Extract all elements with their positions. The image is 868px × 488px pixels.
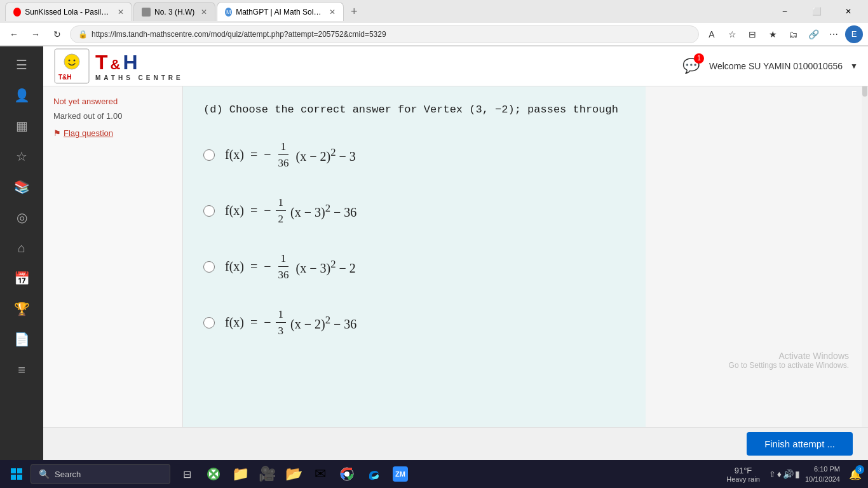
svg-rect-7	[17, 468, 22, 473]
folder-icon: 📁	[232, 466, 249, 482]
answer-option-3[interactable]: f(x) = − 1 36 (x − 3)2 − 2	[203, 250, 625, 283]
answer-option-2[interactable]: f(x) = − 1 2 (x − 3)2 − 36	[203, 194, 625, 227]
start-button[interactable]	[3, 460, 31, 488]
welcome-text[interactable]: Welcome SU YAMIN 0100010656	[709, 61, 843, 71]
star-icon: ☆	[16, 149, 27, 164]
back-button[interactable]: ←	[5, 25, 23, 43]
collections-button[interactable]: 🗂	[784, 25, 802, 43]
url-text: https://lms.tandh-mathscentre.com/mod/qu…	[92, 30, 386, 39]
taskbar-app-icons: ⊟ 📁 🎥 📂 ✉	[174, 460, 413, 488]
profile-button[interactable]: E	[845, 25, 863, 43]
sidebar-trophy-icon[interactable]: 🏆	[8, 295, 36, 323]
svg-rect-9	[17, 475, 22, 480]
split-screen-button[interactable]: ⊟	[743, 25, 761, 43]
activate-windows-watermark: Activate Windows Go to Settings to activ…	[729, 351, 849, 370]
activate-line1: Activate Windows	[729, 351, 849, 361]
zoom-button[interactable]: ZM	[388, 460, 413, 488]
sidebar-list-icon[interactable]: ≡	[8, 356, 36, 384]
question-sidebar: Not yet answered Marked out of 1.00 ⚑ Fl…	[43, 86, 183, 427]
chrome-button[interactable]	[334, 460, 360, 488]
address-bar[interactable]: 🔒 https://lms.tandh-mathscentre.com/mod/…	[70, 25, 699, 43]
radio-option-1[interactable]	[203, 149, 215, 161]
mail-icon: ✉	[315, 466, 326, 482]
edge-button[interactable]	[361, 460, 386, 488]
volume-icon[interactable]: 🔊	[783, 469, 794, 479]
taskbar: 🔍 Search ⊟ 📁 🎥 📂	[0, 460, 868, 488]
minimize-button[interactable]: –	[770, 0, 799, 23]
mail-button[interactable]: ✉	[308, 460, 333, 488]
sidebar-home-icon[interactable]: ⌂	[8, 234, 36, 262]
svg-point-12	[344, 471, 349, 477]
sidebar-user-icon[interactable]: 👤	[8, 81, 36, 109]
logo-text-group: T & H MATHS CENTRE	[95, 51, 184, 81]
sidebar-layers-icon[interactable]: ▦	[8, 112, 36, 140]
weather-desc: Heavy rain	[726, 475, 760, 483]
radio-option-3[interactable]	[203, 261, 215, 273]
finish-attempt-button[interactable]: Finish attempt ...	[747, 432, 853, 456]
radio-option-4[interactable]	[203, 317, 215, 329]
svg-point-3	[69, 59, 71, 61]
notification-center-button[interactable]: 🔔 3	[845, 460, 865, 488]
tab-2[interactable]: No. 3 (H.W) ✕	[133, 2, 215, 21]
question-marked-out-of: Marked out of 1.00	[53, 111, 172, 121]
notification-badge: 1	[694, 53, 704, 64]
target-icon: ◎	[17, 210, 27, 225]
up-arrow-icon[interactable]: ⇧	[769, 470, 776, 479]
taskbar-notification-badge: 3	[855, 465, 864, 474]
forward-button[interactable]: →	[27, 25, 44, 43]
reading-mode-button[interactable]: A	[703, 25, 721, 43]
menu-icon: ☰	[16, 57, 27, 72]
refresh-button[interactable]: ↻	[48, 25, 66, 43]
weather-widget[interactable]: 91°F Heavy rain	[722, 466, 764, 483]
tab-1-title: SunKissed Lola - Pasilyo (Off	[25, 8, 111, 17]
close-button[interactable]: ✕	[834, 0, 863, 23]
weather-temp: 91°F	[735, 466, 752, 475]
file-explorer-button[interactable]: 📁	[227, 460, 253, 488]
formula-2: f(x) = − 1 2 (x − 3)2 − 36	[225, 194, 356, 227]
task-view-button[interactable]: ⊟	[174, 460, 200, 488]
zoom-icon: ZM	[393, 466, 408, 482]
tab-3[interactable]: M MathGPT | AI Math Solver & Calc ✕	[217, 2, 344, 21]
sidebar-menu-icon[interactable]: ☰	[8, 51, 36, 79]
video-app-button[interactable]: 🎥	[254, 460, 280, 488]
wifi-icon[interactable]: ♦	[777, 469, 782, 479]
notification-button[interactable]: 💬 1	[681, 56, 702, 76]
user-dropdown-icon[interactable]: ▼	[850, 62, 858, 71]
scrollbar-track[interactable]	[862, 46, 868, 427]
app-header: T&H T & H MATHS CENTRE 💬 1 Welcome SU YA…	[43, 46, 868, 86]
flag-question-label[interactable]: Flag question	[64, 128, 113, 138]
question-content-area: (d) Choose the correct answer for Vertex…	[183, 86, 646, 427]
content-area: Not yet answered Marked out of 1.00 ⚑ Fl…	[43, 86, 862, 427]
flag-question-button[interactable]: ⚑ Flag question	[53, 128, 172, 138]
sidebar-book-icon[interactable]: 📚	[8, 173, 36, 201]
time-display: 6:10 PM	[805, 464, 840, 475]
question-text: (d) Choose the correct answer for Vertex…	[203, 102, 625, 118]
sidebar-file-icon[interactable]: 📄	[8, 325, 36, 353]
answer-option-4[interactable]: f(x) = − 1 3 (x − 2)2 − 36	[203, 306, 625, 339]
taskbar-search-bar[interactable]: 🔍 Search	[31, 464, 170, 484]
user-icon: 👤	[14, 88, 30, 103]
layers-icon: ▦	[16, 118, 28, 133]
answer-option-1[interactable]: f(x) = − 1 36 (x − 2)2 − 3	[203, 139, 625, 172]
tab-1-close[interactable]: ✕	[118, 8, 124, 17]
radio-option-2[interactable]	[203, 205, 215, 217]
file-manager-button[interactable]: 📂	[281, 460, 306, 488]
new-tab-button[interactable]: +	[345, 3, 363, 20]
sidebar-star-icon[interactable]: ☆	[8, 142, 36, 170]
sidebar-calendar-icon[interactable]: 📅	[8, 264, 36, 292]
finish-attempt-bar: Finish attempt ...	[43, 427, 868, 460]
maps-icon-button[interactable]	[201, 460, 226, 488]
tab-2-close[interactable]: ✕	[201, 8, 207, 17]
sidebar-target-icon[interactable]: ◎	[8, 203, 36, 231]
favorites-button[interactable]: ★	[764, 25, 782, 43]
sharepoint-button[interactable]: 🔗	[804, 25, 822, 43]
bookmark-button[interactable]: ☆	[723, 25, 741, 43]
tab-1[interactable]: SunKissed Lola - Pasilyo (Off ✕	[5, 2, 132, 21]
tab-3-close[interactable]: ✕	[329, 8, 336, 17]
battery-icon[interactable]: ▮	[795, 469, 800, 479]
more-button[interactable]: ⋯	[825, 25, 843, 43]
clock-widget[interactable]: 6:10 PM 10/10/2024	[805, 464, 840, 485]
file-icon: 📄	[14, 332, 30, 347]
maximize-button[interactable]: ⬜	[802, 0, 831, 23]
formula-4: f(x) = − 1 3 (x − 2)2 − 36	[225, 306, 356, 339]
